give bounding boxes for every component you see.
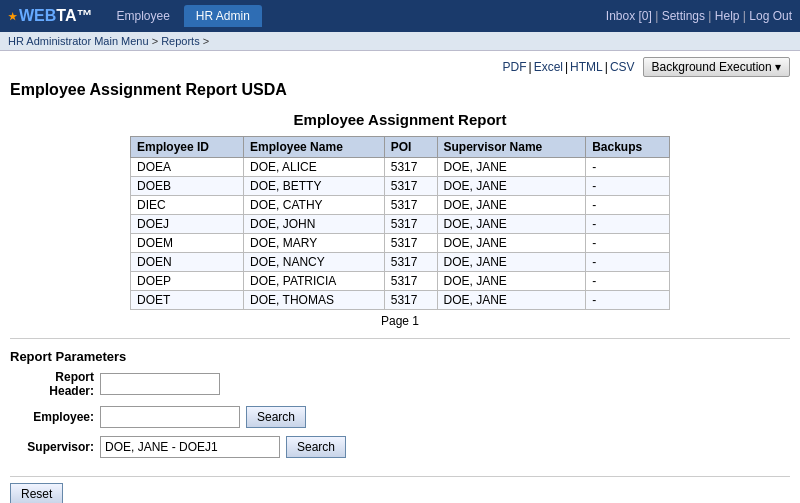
table-row: DOENDOE, NANCY5317DOE, JANE-: [131, 253, 670, 272]
table-cell: 5317: [384, 177, 437, 196]
pdf-link[interactable]: PDF: [503, 60, 527, 74]
nav-tab-hradmin[interactable]: HR Admin: [184, 5, 262, 27]
table-header-row: Employee ID Employee Name POI Supervisor…: [131, 137, 670, 158]
table-cell: DOE, MARY: [244, 234, 385, 253]
table-cell: -: [586, 234, 670, 253]
table-cell: DOE, CATHY: [244, 196, 385, 215]
table-cell: DOE, JANE: [437, 234, 586, 253]
supervisor-input[interactable]: [100, 436, 280, 458]
supervisor-row: Supervisor: Search: [10, 436, 790, 458]
nav-tab-employee[interactable]: Employee: [104, 5, 181, 27]
table-cell: DIEC: [131, 196, 244, 215]
table-cell: 5317: [384, 196, 437, 215]
table-row: DOEADOE, ALICE5317DOE, JANE-: [131, 158, 670, 177]
supervisor-search-button[interactable]: Search: [286, 436, 346, 458]
table-row: DOEBDOE, BETTY5317DOE, JANE-: [131, 177, 670, 196]
exp-sep2: |: [565, 60, 568, 74]
help-link[interactable]: Help: [715, 9, 740, 23]
table-cell: -: [586, 196, 670, 215]
logout-link[interactable]: Log Out: [749, 9, 792, 23]
content-area: PDF | Excel | HTML | CSV Background Exec…: [0, 51, 800, 503]
settings-link[interactable]: Settings: [662, 9, 705, 23]
table-row: DIECDOE, CATHY5317DOE, JANE-: [131, 196, 670, 215]
breadcrumb-home[interactable]: HR Administrator Main Menu: [8, 35, 149, 47]
report-header-input[interactable]: [100, 373, 220, 395]
divider: [10, 338, 790, 339]
table-cell: -: [586, 272, 670, 291]
employee-search-button[interactable]: Search: [246, 406, 306, 428]
table-cell: DOE, JANE: [437, 291, 586, 310]
params-title: Report Parameters: [10, 349, 790, 364]
top-navigation: ★ WEBTA™ Employee HR Admin Inbox [0] | S…: [0, 0, 800, 32]
exp-sep1: |: [529, 60, 532, 74]
table-cell: DOEM: [131, 234, 244, 253]
exp-sep3: |: [605, 60, 608, 74]
inbox-link[interactable]: Inbox [0]: [606, 9, 652, 23]
table-cell: 5317: [384, 234, 437, 253]
col-backups: Backups: [586, 137, 670, 158]
table-cell: 5317: [384, 158, 437, 177]
table-cell: DOEJ: [131, 215, 244, 234]
table-cell: 5317: [384, 253, 437, 272]
table-cell: -: [586, 291, 670, 310]
divider2: [10, 476, 790, 477]
page-title: Employee Assignment Report USDA: [10, 81, 790, 99]
logo-ta: TA™: [56, 7, 92, 25]
html-link[interactable]: HTML: [570, 60, 603, 74]
table-cell: DOE, PATRICIA: [244, 272, 385, 291]
table-cell: DOE, THOMAS: [244, 291, 385, 310]
employee-input[interactable]: [100, 406, 240, 428]
report-parameters: Report Parameters Report Header: Employe…: [10, 345, 790, 470]
table-cell: DOE, JANE: [437, 177, 586, 196]
export-bar: PDF | Excel | HTML | CSV Background Exec…: [10, 57, 790, 77]
table-cell: DOE, JANE: [437, 215, 586, 234]
table-row: DOEJDOE, JOHN5317DOE, JANE-: [131, 215, 670, 234]
col-employee-id: Employee ID: [131, 137, 244, 158]
table-cell: DOE, ALICE: [244, 158, 385, 177]
logo-web: WEB: [19, 7, 56, 25]
table-cell: DOE, JANE: [437, 253, 586, 272]
table-row: DOEPDOE, PATRICIA5317DOE, JANE-: [131, 272, 670, 291]
report-table: Employee ID Employee Name POI Supervisor…: [130, 136, 670, 310]
table-cell: DOEN: [131, 253, 244, 272]
top-right-nav: Inbox [0] | Settings | Help | Log Out: [606, 9, 792, 23]
webta-logo: ★ WEBTA™: [8, 7, 92, 25]
table-row: DOEMDOE, MARY5317DOE, JANE-: [131, 234, 670, 253]
col-employee-name: Employee Name: [244, 137, 385, 158]
table-cell: DOE, BETTY: [244, 177, 385, 196]
table-cell: -: [586, 158, 670, 177]
table-row: DOETDOE, THOMAS5317DOE, JANE-: [131, 291, 670, 310]
breadcrumb-reports[interactable]: Reports: [161, 35, 200, 47]
col-supervisor-name: Supervisor Name: [437, 137, 586, 158]
breadcrumb-sep1: >: [152, 35, 161, 47]
report-title: Employee Assignment Report: [130, 111, 670, 128]
table-cell: DOE, NANCY: [244, 253, 385, 272]
table-cell: -: [586, 215, 670, 234]
table-cell: DOET: [131, 291, 244, 310]
table-cell: DOEB: [131, 177, 244, 196]
col-poi: POI: [384, 137, 437, 158]
table-cell: DOE, JANE: [437, 196, 586, 215]
report-section: Employee Assignment Report Employee ID E…: [130, 111, 670, 328]
employee-row: Employee: Search: [10, 406, 790, 428]
csv-link[interactable]: CSV: [610, 60, 635, 74]
reset-row: Reset: [10, 483, 790, 503]
table-cell: 5317: [384, 272, 437, 291]
table-cell: -: [586, 253, 670, 272]
background-execution-button[interactable]: Background Execution ▾: [643, 57, 790, 77]
employee-label: Employee:: [10, 410, 100, 424]
logo-star: ★: [8, 11, 17, 22]
report-header-label: Report Header:: [10, 370, 100, 398]
table-cell: DOEP: [131, 272, 244, 291]
excel-link[interactable]: Excel: [534, 60, 563, 74]
reset-button[interactable]: Reset: [10, 483, 63, 503]
table-cell: -: [586, 177, 670, 196]
supervisor-label: Supervisor:: [10, 440, 100, 454]
nav-tabs: Employee HR Admin: [104, 5, 261, 27]
table-cell: 5317: [384, 215, 437, 234]
breadcrumb: HR Administrator Main Menu > Reports >: [0, 32, 800, 51]
report-header-row: Report Header:: [10, 370, 790, 398]
page-label: Page 1: [130, 314, 670, 328]
table-cell: 5317: [384, 291, 437, 310]
breadcrumb-sep2: >: [203, 35, 209, 47]
